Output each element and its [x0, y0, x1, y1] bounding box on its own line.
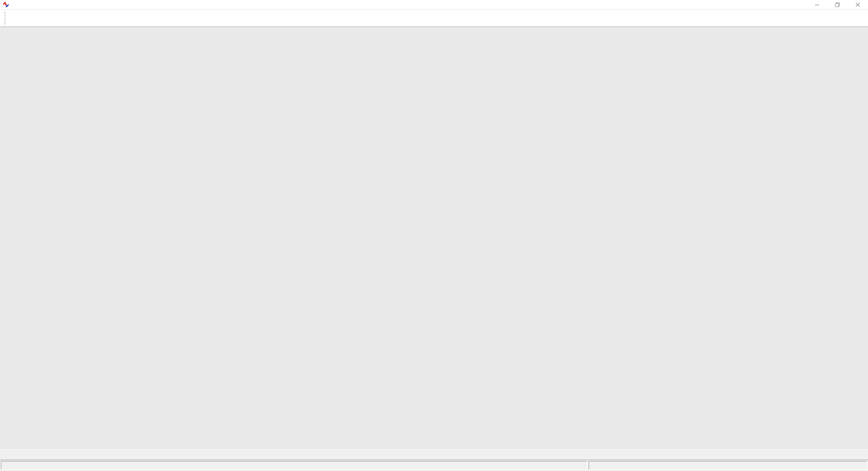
minimize-button[interactable] [807, 0, 827, 9]
statusbar-left-panel [1, 461, 587, 470]
toolbar [0, 10, 868, 27]
toolbar-grip[interactable] [5, 12, 7, 24]
status-bar [0, 460, 868, 471]
tab-strip [0, 449, 868, 460]
main-area [0, 27, 868, 449]
app-logo-icon [3, 1, 9, 8]
title-bar [0, 0, 868, 10]
restore-button[interactable] [827, 0, 848, 9]
statusbar-info-panel [589, 461, 867, 470]
app-window [0, 0, 868, 471]
close-button[interactable] [848, 0, 868, 9]
